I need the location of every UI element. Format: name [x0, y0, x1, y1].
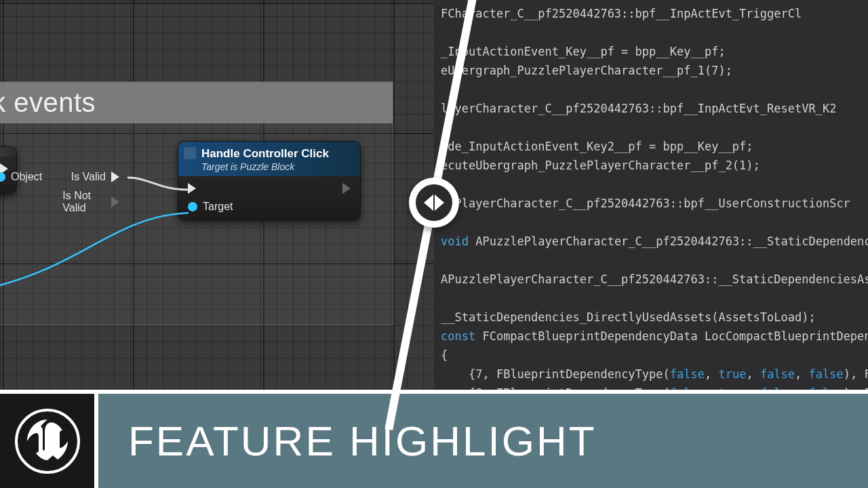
main-split: ess click events Object Is Valid Is Not … [0, 0, 868, 390]
code-line: APuzzlePlayerCharacter_C__pf2520442763::… [441, 272, 868, 286]
pin-object-in[interactable]: Object [0, 171, 42, 183]
code-line: _InputActionEvent_Key__pf = bpp__Key__pf… [441, 45, 726, 58]
node-is-valid[interactable]: Object Is Valid Is Not Valid [0, 157, 129, 232]
function-icon [184, 147, 196, 159]
node-subtitle: Target is Puzzle Block [201, 161, 351, 172]
pin-target-in[interactable]: Target [188, 201, 233, 213]
node-handle-controller-click[interactable]: Handle Controller Click Target is Puzzle… [178, 141, 361, 220]
arrow-left-icon [424, 195, 433, 211]
code-line: __StaticDependencies_DirectlyUsedAssets(… [441, 310, 816, 324]
code-line: lePlayerCharacter_C__pf2520442763::bpf__… [441, 197, 850, 210]
comment-title: ess click events [0, 82, 393, 123]
unreal-engine-logo [0, 394, 98, 488]
pin-is-not-valid[interactable]: Is Not Valid [62, 190, 119, 214]
title-banner: FEATURE HIGHLIGHT [0, 390, 868, 488]
node-title: Handle Controller Click [201, 147, 351, 161]
pin-exec-out[interactable] [342, 183, 351, 194]
pin-exec-in[interactable] [188, 183, 233, 194]
code-line: FCharacter_C__pf2520442763::bpf__InpActE… [441, 7, 802, 20]
comparison-slider-handle[interactable] [409, 178, 459, 228]
code-line: ecuteUbergraph_PuzzlePlayerCharacter__pf… [441, 159, 760, 172]
banner-title: FEATURE HIGHLIGHT [98, 394, 868, 488]
code-line: layerCharacter_C__pf2520442763::bpf__Inp… [441, 102, 836, 115]
arrow-right-icon [435, 195, 444, 211]
code-view[interactable]: FCharacter_C__pf2520442763::bpf__InpActE… [434, 0, 868, 390]
blueprint-graph[interactable]: ess click events Object Is Valid Is Not … [0, 0, 434, 390]
pin-is-valid[interactable]: Is Valid [62, 171, 119, 183]
code-line: eUbergraph_PuzzlePlayerCharacter__pf_1(7… [441, 64, 732, 77]
code-line: ode_InputActionEvent_Key2__pf = bpp__Key… [441, 140, 753, 153]
